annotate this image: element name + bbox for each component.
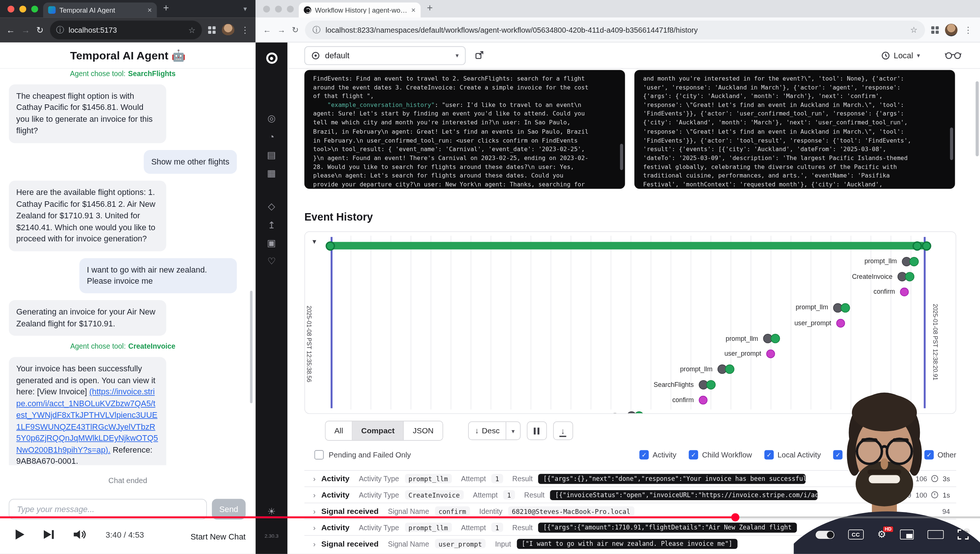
row-expand-icon[interactable]: ›	[313, 523, 316, 532]
labs-icon[interactable]: ▣	[256, 238, 288, 249]
invoice-link[interactable]: (https://invoice.stripe.com/i/acct_1NBOL…	[16, 387, 158, 454]
site-info-icon[interactable]: ⓘ	[313, 24, 321, 35]
reload-icon[interactable]: ↻	[37, 25, 44, 35]
field-label: Signal Name	[388, 507, 429, 515]
activity-scheduled-dot[interactable]	[627, 411, 636, 414]
forward-icon[interactable]: →	[278, 25, 286, 34]
view-toggle-compact[interactable]: Compact	[352, 422, 404, 440]
batch-operations-icon[interactable]: ▤	[256, 149, 288, 161]
menu-kebab-icon[interactable]: ⋮	[240, 25, 250, 35]
codec-icon[interactable]: ◇	[256, 201, 288, 212]
workflow-end-dot[interactable]	[922, 241, 931, 251]
tab-favicon	[48, 6, 56, 14]
schedules-icon[interactable]: ◔	[256, 131, 288, 142]
theme-toggle-icon[interactable]: ☀	[256, 506, 288, 517]
tab-close-icon[interactable]: ×	[147, 6, 152, 14]
activity-completed-dot[interactable]	[706, 380, 716, 390]
activity-completed-dot[interactable]	[910, 256, 919, 266]
address-bar[interactable]: ⓘ localhost:8233/namespaces/default/work…	[305, 21, 925, 39]
back-icon[interactable]: ←	[6, 25, 15, 35]
activity-completed-dot[interactable]	[841, 303, 850, 312]
bookmark-star-icon[interactable]: ☆	[188, 25, 196, 35]
checkbox-box[interactable]: ✓	[640, 450, 649, 459]
view-toggle-json[interactable]: JSON	[404, 422, 442, 440]
feedback-heart-icon[interactable]: ♡	[256, 256, 288, 267]
activity-completed-dot[interactable]	[635, 411, 644, 414]
message-input[interactable]	[9, 499, 207, 520]
row-expand-icon[interactable]: ›	[313, 474, 316, 483]
clock-icon	[881, 51, 890, 60]
panel-scrollbar[interactable]	[620, 144, 623, 170]
event-type-label: Activity	[321, 474, 349, 483]
workflows-icon[interactable]: ◎	[256, 113, 288, 124]
bookmark-star-icon[interactable]: ☆	[910, 25, 918, 34]
zoom-window-button[interactable]	[287, 6, 294, 13]
import-icon[interactable]: ↥	[256, 220, 288, 231]
activity-completed-dot[interactable]	[771, 334, 780, 343]
extensions-icon[interactable]	[208, 26, 216, 34]
view-toggle-all[interactable]: All	[326, 422, 352, 440]
checkbox-box[interactable]: ✓	[689, 450, 698, 459]
tab-close-icon[interactable]: ×	[411, 6, 416, 14]
filter-checkbox-child-workflow[interactable]: ✓Child Workflow	[689, 450, 752, 459]
workflow-end-dot[interactable]	[912, 241, 922, 251]
start-new-chat-link[interactable]: Start New Chat	[191, 532, 245, 541]
signal-dot[interactable]	[836, 318, 845, 328]
checkbox-box[interactable]	[314, 450, 324, 459]
profile-avatar[interactable]	[945, 23, 958, 36]
sort-order-button[interactable]: ↓Desc ▾	[468, 422, 520, 440]
page-scrollbar[interactable]	[975, 81, 978, 156]
profile-avatar[interactable]	[222, 24, 235, 37]
menu-kebab-icon[interactable]: ⋮	[964, 25, 972, 35]
activity-completed-dot[interactable]	[905, 272, 914, 282]
row-expand-icon[interactable]: ›	[313, 507, 316, 516]
workflow-execution-bar[interactable]	[331, 242, 924, 250]
tab-search-icon[interactable]: ▾	[243, 5, 247, 13]
back-icon[interactable]: ←	[263, 25, 271, 34]
row-expand-icon[interactable]: ›	[313, 490, 316, 500]
site-info-icon[interactable]: ⓘ	[56, 24, 64, 36]
browser-tab[interactable]: Workflow History | agent-wor… ×	[299, 3, 421, 18]
pause-autoscroll-button[interactable]	[527, 422, 546, 440]
url-text[interactable]: localhost:5173	[69, 25, 184, 35]
namespace-select[interactable]: default ▾	[304, 46, 466, 65]
close-window-button[interactable]	[8, 6, 14, 13]
workflow-start-dot[interactable]	[326, 241, 335, 251]
reload-icon[interactable]: ↻	[292, 25, 299, 34]
timeline-collapse-icon[interactable]: ▾	[313, 237, 316, 246]
panel-scrollbar[interactable]	[950, 127, 953, 160]
open-in-new-icon[interactable]	[474, 51, 484, 60]
pending-failed-filter[interactable]: Pending and Failed Only	[314, 450, 411, 459]
window-controls[interactable]	[8, 6, 38, 13]
labs-glasses-icon[interactable]	[945, 51, 961, 59]
url-text[interactable]: localhost:8233/namespaces/default/workfl…	[326, 25, 905, 34]
signal-dot[interactable]	[766, 349, 775, 358]
close-window-button[interactable]	[263, 6, 270, 13]
activity-completed-dot[interactable]	[725, 365, 734, 374]
minimize-window-button[interactable]	[19, 6, 26, 13]
chat-scrollbar[interactable]	[250, 291, 253, 403]
checkbox-box[interactable]: ✓	[764, 450, 773, 459]
browser-tab[interactable]: Temporal AI Agent ×	[43, 3, 157, 18]
chat-history[interactable]: Agent chose tool:SearchFlightsThe cheape…	[9, 70, 237, 465]
download-history-button[interactable]: ↓	[553, 422, 573, 440]
address-bar[interactable]: ⓘ localhost:5173 ☆	[50, 21, 202, 40]
workflow-input-payload[interactable]: FindEvents: Find an event to travel to 2…	[304, 70, 625, 189]
window-controls[interactable]	[263, 6, 294, 13]
extensions-icon[interactable]	[931, 26, 939, 33]
timezone-select[interactable]: Local ▾	[881, 51, 920, 60]
archive-icon[interactable]: ▦	[256, 167, 288, 178]
forward-icon[interactable]: →	[21, 25, 30, 35]
zoom-window-button[interactable]	[31, 6, 38, 13]
send-button[interactable]: Send	[212, 499, 246, 520]
workflow-result-payload[interactable]: and month you're interested in for the e…	[635, 70, 955, 189]
temporal-sidenav: 2.30.3 ◎◔▤▦◇↥▣♡☀	[256, 42, 288, 554]
new-tab-button[interactable]: +	[163, 3, 169, 14]
row-expand-icon[interactable]: ›	[313, 539, 316, 548]
signal-dot[interactable]	[900, 288, 909, 297]
new-tab-button[interactable]: +	[427, 3, 433, 14]
signal-dot[interactable]	[698, 396, 708, 405]
code-line: 'dateTo': '2025-03-09', 'description': '…	[643, 154, 947, 162]
minimize-window-button[interactable]	[275, 6, 282, 13]
filter-checkbox-activity[interactable]: ✓Activity	[640, 450, 676, 459]
